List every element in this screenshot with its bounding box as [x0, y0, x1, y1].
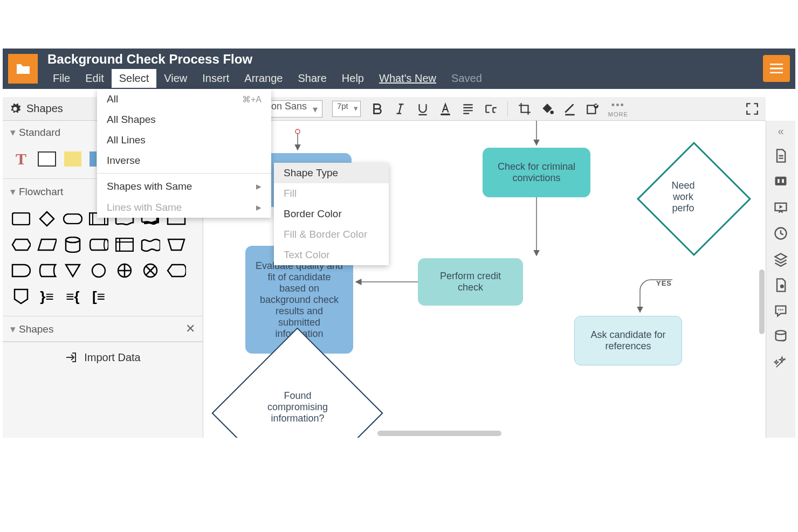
- fc-decision[interactable]: [37, 209, 57, 229]
- gear-icon: [9, 103, 21, 115]
- bold-icon[interactable]: [370, 102, 384, 116]
- edge-label-yes: YES: [656, 279, 672, 287]
- menu-file[interactable]: File: [45, 69, 78, 88]
- fc-database[interactable]: [63, 235, 82, 254]
- present-icon[interactable]: [773, 200, 788, 215]
- svg-point-12: [92, 264, 105, 277]
- fc-or[interactable]: [115, 261, 134, 280]
- underline-icon[interactable]: [416, 102, 430, 116]
- fc-note-left[interactable]: ≡{: [63, 287, 82, 306]
- document-title[interactable]: Background Check Process Flow: [43, 52, 795, 67]
- shapes-panel-toggle[interactable]: Shapes: [9, 102, 63, 115]
- collapse-rail-icon[interactable]: «: [778, 125, 783, 137]
- svg-point-10: [66, 237, 80, 243]
- node-criminal[interactable]: Check for criminal convictions: [483, 148, 590, 197]
- rect-shape[interactable]: [37, 149, 57, 169]
- fc-direct-data[interactable]: [89, 235, 108, 254]
- submenu-text-color: Text Color: [274, 245, 389, 265]
- menu-edit[interactable]: Edit: [78, 69, 111, 88]
- save-status: Saved: [444, 69, 490, 88]
- app-logo[interactable]: [8, 54, 38, 84]
- svg-rect-11: [116, 238, 133, 251]
- svg-point-22: [782, 309, 783, 310]
- italic-icon[interactable]: [393, 102, 407, 116]
- menu-select-inverse[interactable]: Inverse: [97, 150, 271, 171]
- import-icon: [65, 351, 78, 364]
- text-shape[interactable]: T: [11, 149, 31, 169]
- menu-select[interactable]: Select: [112, 69, 157, 88]
- close-section-icon[interactable]: ✕: [185, 322, 195, 336]
- menu-insert[interactable]: Insert: [195, 69, 237, 88]
- fc-connector[interactable]: [89, 261, 108, 280]
- fc-brace-right[interactable]: }≡: [37, 287, 57, 306]
- node-references[interactable]: Ask candidate for references: [574, 316, 682, 365]
- svg-rect-0: [441, 113, 450, 115]
- menu-whats-new[interactable]: What's New: [372, 69, 444, 88]
- comment-icon[interactable]: [773, 174, 788, 189]
- fc-terminator[interactable]: [63, 209, 82, 229]
- svg-rect-5: [64, 151, 81, 167]
- note-shape[interactable]: [63, 149, 82, 169]
- page-icon[interactable]: [773, 278, 788, 293]
- right-dock: «: [766, 121, 795, 438]
- document-icon[interactable]: [773, 148, 788, 163]
- fc-preparation[interactable]: [11, 235, 31, 254]
- fc-off-page[interactable]: [11, 287, 31, 306]
- crop-icon[interactable]: [518, 102, 532, 116]
- menu-select-all[interactable]: All⌘+A: [97, 89, 271, 109]
- history-icon[interactable]: [773, 226, 788, 241]
- submenu-fill: Fill: [274, 183, 389, 204]
- text-style-icon[interactable]: [484, 102, 498, 116]
- magic-icon[interactable]: [773, 355, 788, 370]
- fc-summing[interactable]: [141, 261, 160, 280]
- align-icon[interactable]: [461, 102, 475, 116]
- menu-share[interactable]: Share: [290, 69, 334, 88]
- menu-shapes-with-same[interactable]: Shapes with Same▸: [97, 176, 271, 197]
- menu-select-all-lines[interactable]: All Lines: [97, 130, 271, 150]
- svg-point-1: [550, 110, 553, 114]
- text-color-icon[interactable]: [438, 102, 452, 116]
- fc-note-bracket[interactable]: [≡: [89, 287, 108, 306]
- import-data-button[interactable]: Import Data: [3, 342, 203, 372]
- font-size-select[interactable]: 7pt: [332, 101, 361, 117]
- node-need-work-label: Need work perfo: [662, 180, 705, 214]
- block-shape[interactable]: [89, 149, 97, 169]
- fc-paper-tape[interactable]: [141, 235, 160, 254]
- layers-icon[interactable]: [773, 252, 788, 267]
- svg-point-21: [780, 309, 781, 310]
- menu-select-all-shapes[interactable]: All Shapes: [97, 109, 271, 130]
- menu-view[interactable]: View: [156, 69, 195, 88]
- menu-arrange[interactable]: Arrange: [237, 69, 290, 88]
- fc-delay[interactable]: [11, 261, 31, 280]
- menu-lines-with-same: Lines with Same▸: [97, 197, 271, 218]
- hamburger-button[interactable]: [763, 55, 790, 82]
- svg-rect-6: [90, 151, 97, 167]
- fill-icon[interactable]: [540, 102, 554, 116]
- section-shapes[interactable]: ▾Shapes ✕: [3, 316, 203, 341]
- svg-point-15: [295, 129, 300, 134]
- data-icon[interactable]: [773, 329, 788, 344]
- horizontal-scrollbar[interactable]: [377, 431, 501, 436]
- svg-point-20: [778, 309, 779, 310]
- menu-bar: File Edit Select View Insert Arrange Sha…: [43, 69, 795, 88]
- select-menu-dropdown: All⌘+A All Shapes All Lines Inverse Shap…: [97, 89, 271, 218]
- node-credit[interactable]: Perform credit check: [418, 258, 523, 306]
- shape-options-icon[interactable]: [586, 102, 600, 116]
- submenu-shape-type[interactable]: Shape Type: [274, 163, 389, 183]
- line-style-icon[interactable]: [563, 102, 577, 116]
- fc-stored-data[interactable]: [37, 261, 57, 280]
- submenu-border-color[interactable]: Border Color: [274, 204, 389, 224]
- fc-display[interactable]: [167, 261, 186, 280]
- more-button[interactable]: ••• MORE: [608, 100, 628, 118]
- shapes-with-same-submenu: Shape Type Fill Border Color Fill & Bord…: [274, 163, 389, 265]
- feedback-icon[interactable]: [773, 303, 788, 319]
- menu-help[interactable]: Help: [334, 69, 372, 88]
- vertical-scrollbar[interactable]: [759, 270, 765, 334]
- fc-internal-storage[interactable]: [115, 235, 134, 254]
- svg-rect-7: [12, 213, 30, 225]
- fc-data[interactable]: [37, 235, 57, 254]
- fullscreen-icon[interactable]: [745, 102, 759, 116]
- fc-manual-op[interactable]: [167, 235, 186, 254]
- fc-process[interactable]: [11, 209, 31, 229]
- fc-merge[interactable]: [63, 261, 82, 280]
